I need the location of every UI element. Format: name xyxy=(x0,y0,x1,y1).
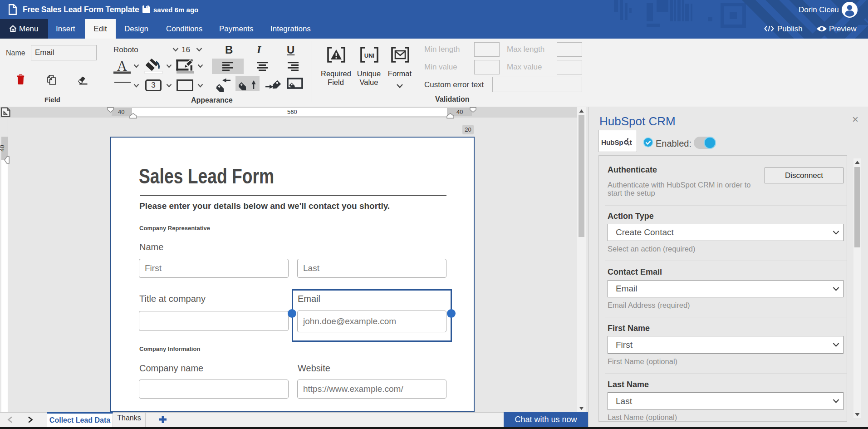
svg-text:t: t xyxy=(630,138,632,146)
svg-text:HubSp: HubSp xyxy=(601,138,623,146)
svg-text:UNI: UNI xyxy=(364,52,374,59)
